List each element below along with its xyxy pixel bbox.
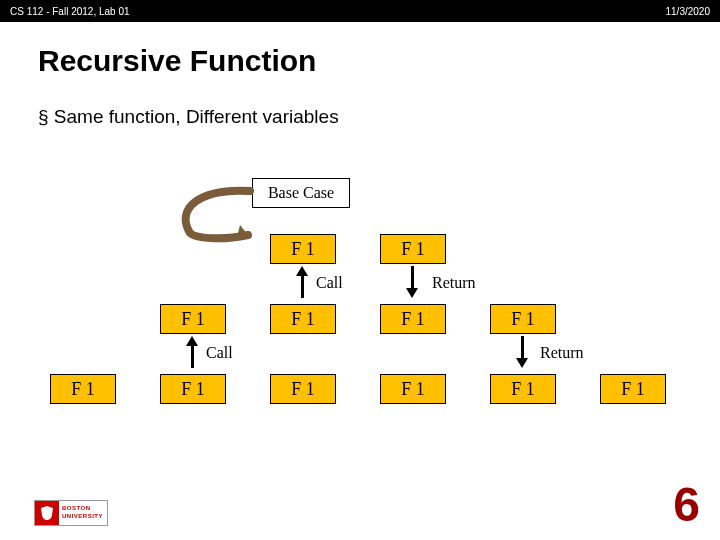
slide-header: CS 112 - Fall 2012, Lab 01 11/3/2020 [0, 0, 720, 22]
base-case-box: Base Case [252, 178, 350, 208]
page-number: 6 [673, 477, 700, 532]
f1-box: F 1 [160, 374, 226, 404]
f1-box: F 1 [490, 374, 556, 404]
logo-line2: UNIVERSITY [62, 512, 105, 520]
f1-box: F 1 [380, 234, 446, 264]
header-right: 11/3/2020 [666, 6, 711, 17]
f1-box: F 1 [380, 374, 446, 404]
recursion-diagram: Base Case F 1 F 1 Call Return F 1 F 1 F … [0, 128, 720, 488]
return-label: Return [432, 274, 476, 292]
curved-arrow-icon [170, 183, 260, 243]
return-label: Return [540, 344, 584, 362]
call-label: Call [316, 274, 343, 292]
bullet-point: Same function, Different variables [38, 106, 720, 128]
call-label: Call [206, 344, 233, 362]
f1-box: F 1 [380, 304, 446, 334]
f1-box: F 1 [270, 374, 336, 404]
logo-line1: BOSTON [62, 504, 105, 512]
f1-box: F 1 [490, 304, 556, 334]
header-left: CS 112 - Fall 2012, Lab 01 [10, 6, 130, 17]
f1-box: F 1 [270, 304, 336, 334]
boston-university-logo: BOSTON UNIVERSITY [34, 500, 108, 526]
f1-box: F 1 [50, 374, 116, 404]
logo-shield-icon [35, 501, 59, 525]
f1-box: F 1 [270, 234, 336, 264]
f1-box: F 1 [160, 304, 226, 334]
slide-title: Recursive Function [38, 44, 720, 78]
f1-box: F 1 [600, 374, 666, 404]
